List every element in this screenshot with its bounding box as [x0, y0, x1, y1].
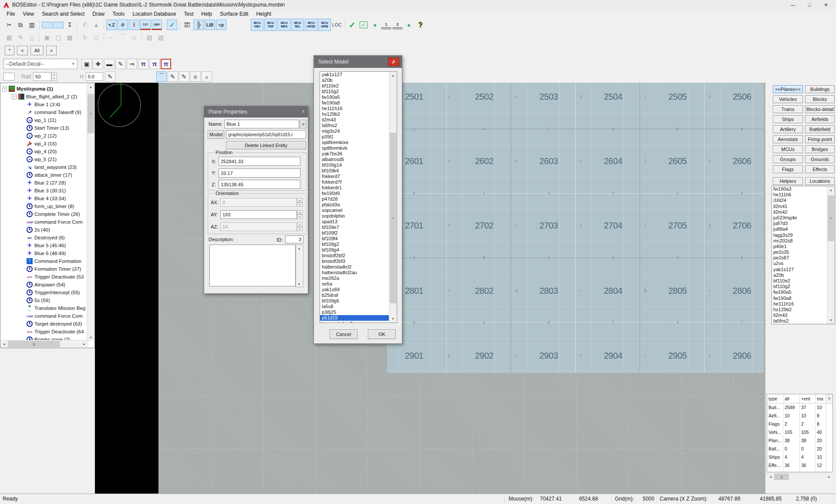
plane-model-item[interactable]: he111h6 — [772, 192, 835, 198]
palette-vscrollbar[interactable]: ▲ ≡ ▼ — [827, 186, 835, 324]
model-list-item[interactable]: yak1s127 — [320, 72, 390, 77]
add-mesh-icon[interactable]: △ — [27, 32, 37, 43]
plane-model-item[interactable]: il2m41 — [772, 204, 835, 209]
model-list-item[interactable]: spad13 — [320, 219, 390, 225]
model-list-item[interactable]: bristolf2bf3 — [320, 259, 390, 264]
tree-hscroll-thumb[interactable]: ||| — [8, 341, 60, 347]
nodes-icon[interactable]: ∙-∙ — [106, 32, 117, 43]
tree-item[interactable]: Blue 2 (27:28) — [0, 179, 95, 187]
name-field[interactable]: Blue 1 — [224, 120, 299, 128]
tree-item[interactable]: −Blue_flight_allied_2 (2) — [0, 93, 95, 101]
rad-spinner[interactable]: ▲▼ — [51, 72, 57, 81]
tree-item[interactable]: wp_4 (20) — [0, 148, 95, 155]
mcu-unse-icon[interactable]: MCUUNSE — [305, 19, 317, 31]
filter-button[interactable]: All — [30, 46, 44, 55]
arc-nodes-icon[interactable]: ⌒ — [118, 32, 128, 43]
title-bar[interactable]: BOSEditor - C:\Program Files (x86)\1C Ga… — [0, 0, 836, 10]
copy-icon[interactable]: ⧉ — [15, 20, 26, 30]
tree-item[interactable]: 5s (59) — [0, 296, 95, 304]
close-icon[interactable]: ✗ — [388, 57, 399, 66]
model-list-item[interactable]: spitfiremkvb — [320, 145, 390, 151]
model-button[interactable]: Model — [208, 130, 224, 139]
tree-item[interactable]: Command Formation — [0, 257, 95, 265]
category-button-helpers[interactable]: Helpers — [773, 177, 803, 185]
model-list-item[interactable]: p51d15 — [320, 315, 390, 321]
scroll-left-icon[interactable]: ◄ — [767, 473, 774, 480]
rotate-icon[interactable]: ↻ — [80, 32, 90, 43]
menu-item[interactable]: Location Database — [128, 10, 180, 18]
model-list-item[interactable]: b25draf — [320, 292, 390, 298]
plane-model-item[interactable]: mc202s8 — [772, 238, 835, 244]
menu-item[interactable]: View — [19, 10, 38, 18]
model-list-item[interactable]: fokkerdr1 — [320, 185, 390, 191]
stamp-icon[interactable]: ▲ — [91, 20, 101, 30]
counts-hscrollbar[interactable]: ◄ ||| ► — [767, 473, 833, 480]
category-button-mcus[interactable]: MCUs — [773, 145, 803, 153]
plane-model-item[interactable]: pe2s87 — [772, 255, 835, 261]
select-z-icon[interactable]: ↖Z — [106, 20, 117, 30]
plane-model-item[interactable]: p40e1 — [772, 244, 835, 249]
close-icon[interactable]: x — [302, 108, 305, 114]
tree-vscrollbar[interactable]: ▲ ≡ ▼ — [87, 83, 94, 341]
tree-item[interactable]: command Takeoff (9) — [0, 108, 95, 116]
plane-model-item[interactable]: fw190a5 — [772, 289, 835, 295]
image1-icon[interactable]: ▣ — [42, 32, 52, 43]
category-button-blocks-detail[interactable]: Blocks-detail — [805, 105, 835, 113]
model-list-item[interactable]: bristolf2bf2 — [320, 253, 390, 259]
menu-item[interactable]: Search and Select — [38, 10, 88, 18]
category-button-flags[interactable]: Flags — [773, 165, 803, 173]
level1-icon[interactable]: 1 — [381, 20, 391, 29]
model-list-item[interactable]: la5fns2 — [320, 123, 390, 128]
model-list-item[interactable]: p38j25 — [320, 309, 390, 315]
model-list-item[interactable]: bf109g14 — [320, 162, 390, 168]
library-icon[interactable]: LiB — [205, 20, 215, 30]
marquee-icon[interactable]: ◻ — [91, 32, 101, 43]
model-list-item[interactable]: albatrosd5 — [320, 157, 390, 162]
pi-box-icon[interactable]: π — [161, 59, 171, 69]
tree-item[interactable]: 2s (40) — [0, 226, 95, 234]
forest-icon[interactable]: ♠ — [404, 20, 414, 30]
category-button-firing-point[interactable]: Firing-point — [805, 135, 835, 143]
text-labels-icon[interactable]: TXT — [140, 20, 151, 30]
tree-expander-icon[interactable]: − — [2, 87, 7, 91]
z-field[interactable]: 135138.45 — [219, 180, 300, 189]
model-list-item[interactable]: halberstadtcl2au — [320, 270, 390, 276]
scroll-right-icon[interactable]: ► — [826, 473, 833, 480]
terrain-view-icon[interactable] — [42, 22, 52, 28]
az-spinner[interactable]: ▲▼ — [297, 222, 303, 231]
grid-icon[interactable]: # — [118, 20, 128, 30]
tree-item[interactable]: attack_timer (17) — [0, 171, 95, 179]
object-info-icon[interactable]: i — [129, 20, 139, 30]
category-button-ships[interactable]: Ships — [773, 115, 803, 123]
model-list-item[interactable]: hs129b2 — [320, 111, 390, 117]
tree-hscrollbar[interactable]: ◄ ||| ► — [0, 340, 88, 348]
measure-icon[interactable]: ▥ — [27, 20, 37, 30]
category-button-airfields[interactable]: Airfields — [805, 115, 835, 123]
model-list-item[interactable]: la5s8 — [320, 304, 390, 309]
model-list-item[interactable]: bf109f4 — [320, 236, 390, 242]
scroll-up-icon[interactable]: ▲ — [87, 83, 94, 91]
model-list-item[interactable]: p39l1 — [320, 134, 390, 140]
scroll-down-icon[interactable]: ▼ — [87, 334, 94, 341]
terrain-objects-icon[interactable] — [53, 22, 64, 28]
tree-expander-icon[interactable]: − — [12, 94, 17, 99]
add-checker-icon[interactable]: ▦ — [4, 32, 14, 43]
tree-item[interactable]: Trigger Deactivate (53 — [0, 273, 95, 281]
tree-item[interactable]: Start Timer (13) — [0, 124, 95, 132]
tree-item[interactable]: wp_3 (16) — [0, 140, 95, 148]
model-list-item[interactable]: bf110e2 — [320, 83, 390, 89]
image2-icon[interactable]: ▢ — [53, 32, 64, 43]
scroll-down-icon[interactable]: ▼ — [389, 315, 397, 323]
tree-item[interactable]: Translator Mission Beg — [0, 304, 95, 312]
category-button-planes[interactable]: >>Planes<< — [773, 85, 803, 93]
slide1-icon[interactable]: ▨ — [144, 32, 155, 43]
maximize-button[interactable]: □ — [801, 0, 818, 10]
counts-hscroll-thumb[interactable]: ||| — [774, 474, 789, 480]
filter-button[interactable]: > — [46, 46, 57, 55]
model-list-item[interactable]: yak1s69 — [320, 287, 390, 292]
model-list-item[interactable]: tempestmkvs2 — [320, 321, 390, 323]
model-list-item[interactable]: bf109g6 — [320, 298, 390, 304]
tree-item[interactable]: Trigger Deactivate (64 — [0, 328, 95, 336]
ok-button[interactable]: OK — [368, 329, 396, 339]
tree-vscroll-thumb[interactable]: ≡ — [88, 94, 94, 133]
